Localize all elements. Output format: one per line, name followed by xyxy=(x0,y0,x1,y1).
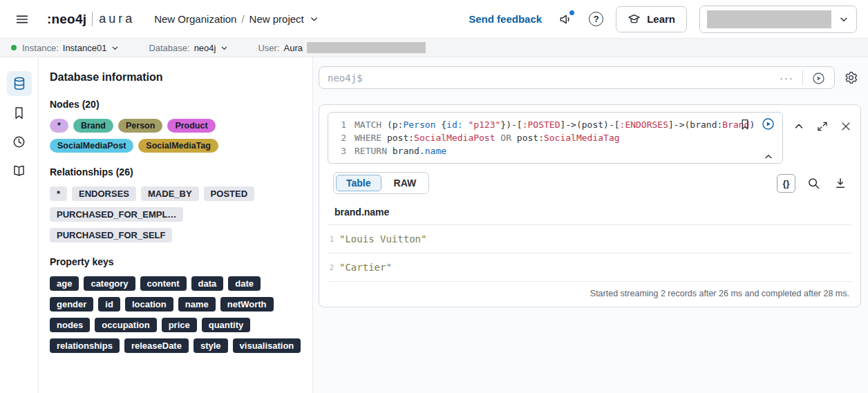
instance-label: Instance: xyxy=(22,43,59,53)
relationship-type-chip[interactable]: POSTED xyxy=(204,186,254,201)
database-value: neo4j xyxy=(194,43,216,53)
node-label-pill[interactable]: * xyxy=(50,119,68,133)
chevron-up-icon xyxy=(763,151,774,162)
more-options-button[interactable]: ··· xyxy=(771,72,802,84)
database-selector[interactable]: Database: neo4j xyxy=(149,43,229,53)
result-view-tabs: TableRAW xyxy=(333,172,429,194)
close-icon xyxy=(840,120,852,133)
send-feedback-link[interactable]: Send feedback xyxy=(469,13,542,25)
sidebar-item-database-information[interactable] xyxy=(7,71,32,96)
run-query-button[interactable] xyxy=(802,70,829,86)
download-icon xyxy=(833,176,847,190)
hamburger-menu-button[interactable] xyxy=(11,8,33,30)
download-results-button[interactable] xyxy=(831,174,849,193)
relationship-type-chip[interactable]: PURCHASED_FOR_EMPL… xyxy=(50,207,183,222)
gear-icon xyxy=(844,70,858,85)
property-keys-heading: Property keys xyxy=(50,256,301,267)
collapse-card-button[interactable] xyxy=(793,120,805,133)
account-chevron-down-icon xyxy=(838,14,849,25)
relationship-type-chip[interactable]: MADE_BY xyxy=(141,186,199,201)
sidebar-item-history[interactable] xyxy=(7,129,32,154)
property-key-chip[interactable]: netWorth xyxy=(220,297,274,311)
node-label-pill[interactable]: Person xyxy=(118,119,162,133)
property-key-chip[interactable]: data xyxy=(191,276,224,291)
card-controls xyxy=(793,120,852,133)
fullscreen-button[interactable] xyxy=(816,120,829,133)
property-key-chip[interactable]: content xyxy=(140,276,187,291)
table-row: 2"Cartier" xyxy=(328,253,852,282)
property-key-chip[interactable]: nodes xyxy=(50,318,90,332)
relationship-types-list: *ENDORSESMADE_BYPOSTEDPURCHASED_FOR_EMPL… xyxy=(50,186,301,242)
property-key-chip[interactable]: quantity xyxy=(202,318,251,332)
breadcrumb-project[interactable]: New project xyxy=(249,13,304,25)
node-label-pill[interactable]: Product xyxy=(167,119,215,133)
tab-table[interactable]: Table xyxy=(336,175,381,191)
instance-selector[interactable]: Instance: Instance01 xyxy=(11,43,120,53)
save-bookmark-button[interactable] xyxy=(739,118,751,131)
sidebar-item-bookmarks[interactable] xyxy=(7,100,32,125)
project-chevron-down-icon[interactable] xyxy=(309,14,319,24)
property-key-chip[interactable]: category xyxy=(84,276,135,291)
clock-icon xyxy=(12,135,26,149)
node-label-pill[interactable]: Brand xyxy=(73,119,113,133)
property-key-chip[interactable]: age xyxy=(50,276,79,291)
editor-actions xyxy=(739,117,775,131)
node-labels-list: *BrandPersonProductSocialMediaPostSocial… xyxy=(50,119,301,153)
neo4j-aura-logo: :neo4j aura xyxy=(47,12,135,27)
property-key-chip[interactable]: id xyxy=(98,297,120,311)
query-result-card: 1MATCH (p:Person {id: "p123"})-[:POSTED]… xyxy=(319,104,861,307)
account-menu[interactable] xyxy=(699,6,857,33)
database-label: Database: xyxy=(149,43,189,53)
relationships-heading: Relationships (26) xyxy=(50,166,301,178)
code-lines: 1MATCH (p:Person {id: "p123"})-[:POSTED]… xyxy=(335,118,775,157)
property-key-chip[interactable]: relationships xyxy=(50,338,120,353)
relationship-type-chip[interactable]: ENDORSES xyxy=(72,186,136,201)
search-results-button[interactable] xyxy=(804,174,822,193)
stream-status-text: Started streaming 2 records after 26 ms … xyxy=(328,282,852,304)
icon-rail xyxy=(0,57,39,393)
code-text: RETURN brand.name xyxy=(355,144,446,157)
result-tools: {} xyxy=(777,174,849,193)
property-key-chip[interactable]: style xyxy=(194,338,228,353)
settings-gear-button[interactable] xyxy=(840,70,861,85)
line-number: 3 xyxy=(335,144,346,157)
property-key-chip[interactable]: visualisation xyxy=(233,338,301,353)
announcements-button[interactable] xyxy=(554,8,576,30)
header-actions: Send feedback ? Learn xyxy=(469,6,857,33)
chevron-up-icon xyxy=(793,120,805,133)
main-area: Database information Nodes (20) *BrandPe… xyxy=(0,57,868,393)
node-label-pill[interactable]: SocialMediaPost xyxy=(50,139,133,153)
property-key-chip[interactable]: name xyxy=(178,297,216,311)
user-label: User: xyxy=(258,43,279,53)
tab-raw[interactable]: RAW xyxy=(384,175,427,191)
relationship-type-chip[interactable]: * xyxy=(50,186,67,201)
json-braces-button[interactable]: {} xyxy=(777,174,795,193)
instance-value: Instance01 xyxy=(63,43,107,53)
instance-chevron-down-icon xyxy=(111,44,120,52)
redacted-account-info xyxy=(707,10,831,28)
redacted-user-info xyxy=(307,42,426,53)
node-label-pill[interactable]: SocialMediaTag xyxy=(138,139,218,153)
sidebar-item-documentation[interactable] xyxy=(7,158,32,183)
run-editor-query-button[interactable] xyxy=(761,117,775,131)
cypher-query-input[interactable] xyxy=(328,73,771,84)
property-key-chip[interactable]: location xyxy=(125,297,173,311)
breadcrumb-organization[interactable]: New Organization xyxy=(154,13,236,25)
close-card-button[interactable] xyxy=(840,120,852,133)
property-key-chip[interactable]: date xyxy=(228,276,261,291)
property-key-chip[interactable]: price xyxy=(162,318,197,332)
cypher-editor[interactable]: 1MATCH (p:Person {id: "p123"})-[:POSTED]… xyxy=(328,112,783,164)
property-key-chip[interactable]: occupation xyxy=(95,318,156,332)
property-key-chip[interactable]: releaseDate xyxy=(124,338,189,353)
book-icon xyxy=(12,164,26,178)
database-information-panel: Database information Nodes (20) *BrandPe… xyxy=(39,57,313,393)
row-number: 2 xyxy=(330,264,337,271)
user-info: User: Aura xyxy=(258,42,426,53)
collapse-editor-button[interactable] xyxy=(763,151,774,162)
relationship-type-chip[interactable]: PURCHASED_FOR_SELF xyxy=(50,228,172,242)
property-key-chip[interactable]: gender xyxy=(50,297,93,311)
learn-button[interactable]: Learn xyxy=(616,6,687,32)
line-number: 1 xyxy=(335,118,346,131)
database-icon xyxy=(12,76,27,91)
help-icon[interactable]: ? xyxy=(589,12,603,26)
